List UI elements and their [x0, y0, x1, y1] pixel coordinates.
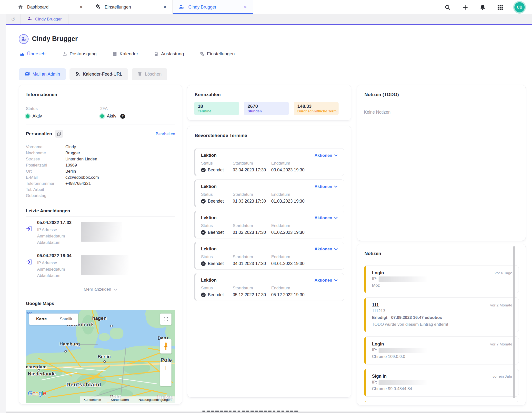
window-tab-dashboard[interactable]: Dashboard ✕ — [12, 0, 89, 14]
bearbeiten-link[interactable]: Bearbeiten — [156, 132, 175, 136]
zoom-out-button[interactable]: − — [160, 374, 171, 386]
login-field-label: IP Adresse — [37, 260, 71, 266]
window-tab-label: Cindy Brugger — [188, 5, 216, 10]
card-title: Bevorstehende Termine — [195, 133, 344, 138]
left-gutter — [0, 14, 6, 413]
avatar[interactable]: CB — [514, 2, 525, 12]
field-row: Telefonnummer+4987654321 — [26, 180, 175, 187]
aktionen-dropdown[interactable]: Aktionen — [314, 216, 338, 220]
divider — [26, 296, 175, 296]
copy-icon[interactable] — [55, 130, 63, 138]
card-title: Notizen — [364, 251, 519, 256]
gear-icon — [95, 4, 101, 11]
breadcrumb-item-cindy-brugger[interactable]: Cindy Brugger — [20, 14, 69, 24]
aktionen-dropdown[interactable]: Aktionen — [314, 278, 338, 283]
redacted-value — [379, 348, 427, 353]
map-zoom-control: + − — [160, 362, 171, 386]
note-title: Login — [372, 270, 384, 275]
kalender-feed-url-button[interactable]: Kalender-Feed-URL — [70, 68, 128, 80]
aktionen-dropdown[interactable]: Aktionen — [314, 153, 338, 158]
mail-an-admin-button[interactable]: Mail an Admin — [19, 68, 66, 80]
karte-button[interactable]: Karte — [29, 314, 54, 325]
map-label-kopenhagen: hagen — [92, 315, 107, 321]
clipped-bottom-text — [202, 411, 299, 412]
map-type-toggle: Karte Satellit — [29, 314, 78, 325]
add-icon[interactable] — [462, 4, 469, 11]
termin-title: Lektion — [201, 153, 217, 158]
upload-icon — [62, 51, 67, 56]
kartendaten-link[interactable]: Kartendaten — [111, 398, 129, 402]
bell-icon[interactable] — [479, 4, 486, 11]
tab-label: Kalender — [120, 51, 138, 57]
search-icon[interactable] — [444, 4, 451, 11]
close-icon[interactable]: ✕ — [156, 5, 167, 10]
termin-end: 01.02.2023 19:30 — [271, 230, 338, 235]
redacted-value — [379, 276, 427, 282]
status-dot-icon — [26, 114, 30, 118]
redacted-value — [81, 255, 129, 275]
google-logo: Google — [28, 390, 46, 397]
tab-kalender[interactable]: Kalender — [112, 51, 138, 57]
city-marker — [103, 360, 106, 363]
map-label-berlin: Berlin — [98, 354, 111, 359]
google-maps-title: Google Maps — [26, 301, 175, 306]
notes-list[interactable]: Loginvor 6 Tage IP: Moz 111vor 2 Monate … — [364, 265, 519, 402]
chevron-down-icon — [334, 186, 338, 188]
card-title: Kennzahlen — [195, 92, 344, 97]
mehr-anzeigen-link[interactable]: Mehr anzeigen — [26, 283, 175, 296]
tab-auslastung[interactable]: Auslastung — [154, 51, 184, 57]
login-entry: 05.04.2022 17:33 IP Adresse Anmeldedatum… — [26, 217, 175, 250]
status-label: Status — [26, 106, 100, 111]
check-icon — [201, 199, 206, 204]
termin-start: 01.02.2023 17:30 — [233, 230, 271, 235]
window-tab-label: Einstellungen — [105, 5, 131, 10]
field-row: OrtBerlin — [26, 168, 175, 174]
status-value: Aktiv — [26, 114, 100, 119]
aktionen-dropdown[interactable]: Aktionen — [314, 247, 338, 252]
note-title: 111 — [372, 303, 379, 308]
termin-start: 01.03.2023 17:30 — [233, 199, 271, 204]
termin-end: 04.01.2023 19:30 — [271, 261, 338, 266]
termin-title: Lektion — [201, 246, 217, 252]
note-item: vor ein Jahr — [364, 401, 519, 402]
card-notizen-todo: Notizen (TODO) Keine Notizen — [357, 85, 526, 241]
window-tab-einstellungen[interactable]: Einstellungen ✕ — [89, 0, 173, 14]
tab-postausgang[interactable]: Postausgang — [62, 51, 97, 57]
chevron-down-icon — [334, 217, 338, 219]
login-arrow-icon — [26, 253, 37, 279]
map-label-niederlande: Niederlande — [28, 371, 56, 377]
button-label: Kalender-Feed-URL — [83, 72, 122, 77]
apps-grid-icon[interactable] — [497, 4, 504, 11]
map-label-deutschland: Deutschland — [66, 382, 101, 388]
termin-item: Lektion Aktionen StatusBeendet Startdatu… — [194, 273, 344, 301]
login-field-label: Anmeldedatum — [37, 233, 71, 239]
tab-einstellungen[interactable]: Einstellungen — [200, 51, 235, 57]
nutzungsbedingungen-link[interactable]: Nutzungsbedingungen — [139, 398, 171, 402]
note-time: vor 2 Monate — [490, 303, 512, 307]
tab-uebersicht[interactable]: Übersicht — [20, 51, 47, 57]
map-label-hamburg: Hamburg — [60, 341, 80, 347]
divider — [26, 203, 175, 203]
calendar-icon — [112, 51, 117, 56]
tab-label: Postausgang — [70, 51, 97, 57]
zoom-in-button[interactable]: + — [160, 362, 171, 374]
termin-item: Lektion Aktionen StatusBeendet Startdatu… — [194, 211, 344, 238]
loeschen-button[interactable]: Löschen — [132, 68, 167, 80]
google-map[interactable]: see hagen Dänemark Hamburg Danz Berlin P… — [26, 310, 175, 403]
close-icon[interactable]: ✕ — [73, 5, 83, 10]
scrollbar[interactable] — [513, 246, 515, 398]
divider — [26, 125, 175, 125]
note-browser: Chrome 99.0.4844.84 — [372, 385, 512, 392]
history-icon[interactable]: ↺ — [6, 14, 20, 24]
login-arrow-icon — [26, 220, 37, 246]
aktionen-dropdown[interactable]: Aktionen — [314, 184, 338, 189]
letzte-anmeldungen-title: Letzte Anmeldungen — [26, 208, 175, 214]
satellit-button[interactable]: Satellit — [54, 314, 78, 325]
close-icon[interactable]: ✕ — [237, 5, 247, 10]
note-item: Sign invor ein Jahr IP: Chrome 99.0.4844… — [364, 369, 519, 397]
fullscreen-icon[interactable] — [160, 314, 171, 325]
help-icon[interactable]: ? — [120, 114, 125, 119]
window-tab-cindy-brugger[interactable]: Cindy Brugger ✕ — [173, 0, 253, 14]
pegman-icon[interactable] — [160, 339, 171, 354]
kurzbefehle-link[interactable]: Kurzbefehle — [83, 398, 101, 402]
